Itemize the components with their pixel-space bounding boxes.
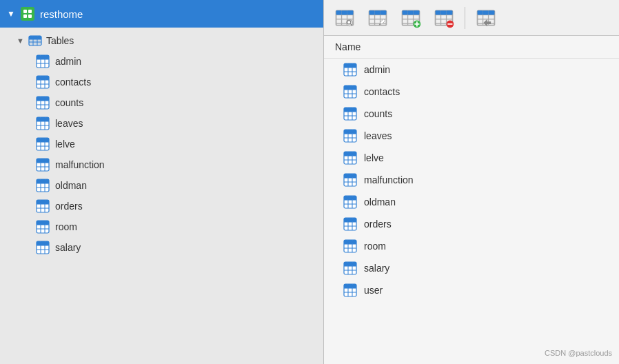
left-table-item[interactable]: contacts	[0, 72, 323, 92]
left-panel: ▼ resthome ▼	[0, 0, 324, 364]
tables-folder-icon	[28, 34, 42, 48]
svg-rect-86	[37, 241, 41, 245]
table-icon	[343, 85, 357, 99]
table-item-label: oldman	[55, 180, 87, 191]
svg-rect-30	[37, 97, 41, 101]
right-table-item[interactable]: leaves	[324, 125, 619, 147]
table-icon	[36, 220, 50, 234]
table-icon	[36, 137, 50, 151]
toolbar	[324, 0, 619, 36]
edit-table-button[interactable]	[363, 4, 393, 32]
svg-rect-46	[37, 138, 41, 142]
right-panel: Name admin contacts counts	[324, 0, 619, 364]
table-item-label: room	[364, 241, 386, 252]
db-collapse-arrow[interactable]: ▼	[7, 9, 15, 19]
svg-rect-16	[45, 55, 49, 59]
left-table-list: admin contacts counts leaves lel	[0, 51, 323, 258]
right-table-item[interactable]: oldman	[324, 191, 619, 213]
svg-rect-213	[344, 240, 348, 244]
table-icon	[343, 217, 357, 231]
right-table-item[interactable]: admin	[324, 59, 619, 81]
svg-rect-87	[41, 241, 45, 245]
table-icon	[36, 179, 50, 192]
svg-rect-22	[37, 76, 41, 80]
left-table-item[interactable]: admin	[0, 51, 323, 72]
svg-rect-182	[348, 152, 352, 156]
table-icon	[36, 75, 50, 89]
svg-rect-147	[489, 10, 495, 14]
refresh-table-button[interactable]	[471, 4, 501, 32]
left-table-item[interactable]: oldman	[0, 175, 323, 196]
right-table-item[interactable]: contacts	[324, 81, 619, 103]
svg-rect-0	[23, 10, 27, 13]
svg-rect-70	[37, 200, 41, 204]
table-icon	[343, 129, 357, 143]
svg-rect-174	[348, 130, 352, 134]
table-icon	[343, 63, 357, 77]
db-icon	[21, 7, 34, 21]
table-item-label: orders	[55, 201, 83, 212]
svg-rect-31	[41, 97, 45, 101]
table-icon	[343, 239, 357, 253]
left-table-item[interactable]: room	[0, 216, 323, 237]
left-table-item[interactable]: lelve	[0, 134, 323, 154]
left-table-item[interactable]: counts	[0, 92, 323, 113]
svg-rect-230	[348, 284, 352, 288]
svg-rect-190	[348, 174, 352, 178]
table-icon	[343, 173, 357, 187]
table-item-label: counts	[364, 108, 392, 119]
svg-rect-39	[41, 117, 45, 121]
svg-rect-229	[344, 284, 348, 288]
table-icon	[343, 261, 357, 275]
db-header[interactable]: ▼ resthome	[0, 0, 323, 28]
left-table-item[interactable]: malfunction	[0, 154, 323, 175]
svg-rect-159	[352, 85, 356, 90]
svg-rect-221	[344, 262, 348, 266]
table-item-label: lelve	[364, 152, 384, 163]
svg-rect-1	[28, 10, 32, 13]
table-item-label: leaves	[364, 130, 392, 141]
svg-rect-207	[352, 218, 356, 222]
svg-rect-23	[41, 76, 45, 80]
browse-table-button[interactable]	[329, 4, 360, 32]
left-table-item[interactable]: leaves	[0, 113, 323, 134]
table-icon	[36, 54, 50, 68]
tables-row[interactable]: ▼ Tables	[0, 30, 323, 51]
svg-rect-12	[37, 36, 41, 39]
new-table-button[interactable]	[396, 4, 426, 32]
name-column-header: Name	[324, 36, 619, 59]
svg-rect-136	[447, 10, 453, 14]
table-icon	[36, 158, 50, 172]
svg-rect-166	[348, 108, 352, 112]
table-icon	[36, 199, 50, 213]
right-table-item[interactable]: malfunction	[324, 169, 619, 191]
svg-rect-111	[369, 10, 375, 14]
right-table-item[interactable]: counts	[324, 103, 619, 125]
right-table-item[interactable]: lelve	[324, 147, 619, 169]
svg-rect-101	[347, 10, 354, 14]
delete-table-button[interactable]	[429, 4, 459, 32]
svg-rect-134	[436, 10, 441, 14]
table-icon	[36, 117, 50, 130]
left-table-item[interactable]: orders	[0, 196, 323, 216]
svg-rect-47	[41, 138, 45, 142]
svg-rect-205	[344, 218, 348, 222]
svg-rect-56	[45, 159, 49, 163]
table-item-label: orders	[364, 219, 392, 230]
svg-rect-151	[352, 63, 356, 68]
table-item-label: salary	[55, 242, 81, 253]
svg-rect-189	[344, 174, 348, 178]
right-table-item[interactable]: user	[324, 279, 619, 301]
svg-rect-62	[37, 179, 41, 183]
left-table-item[interactable]: salary	[0, 237, 323, 258]
tables-collapse-arrow[interactable]: ▼	[17, 37, 24, 45]
db-name-label: resthome	[40, 8, 83, 20]
right-table-item[interactable]: orders	[324, 213, 619, 235]
table-item-label: malfunction	[364, 174, 414, 185]
right-table-item[interactable]: room	[324, 235, 619, 257]
svg-rect-124	[414, 10, 420, 14]
svg-rect-80	[45, 221, 49, 225]
right-table-item[interactable]: salary	[324, 257, 619, 279]
table-item-label: lelve	[55, 139, 75, 150]
svg-rect-167	[352, 108, 356, 112]
